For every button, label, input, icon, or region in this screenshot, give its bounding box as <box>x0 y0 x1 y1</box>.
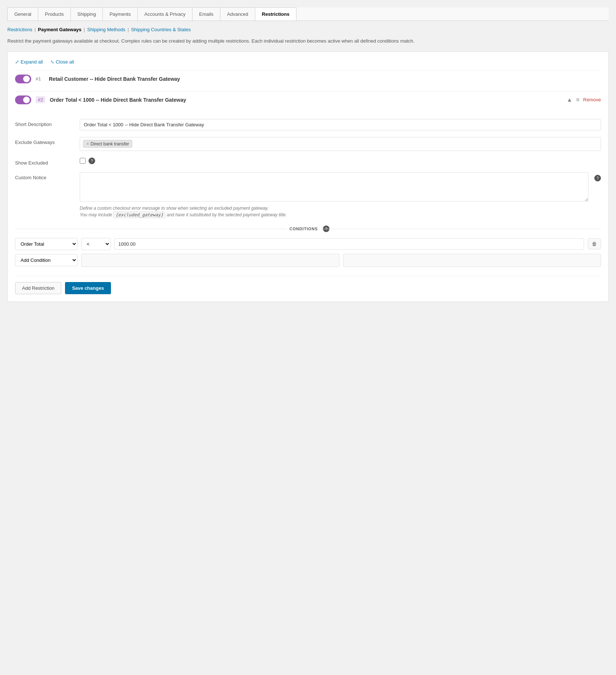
exclude-gateways-row: Exclude Gateways × Direct bank transfer <box>15 137 601 151</box>
subnav-shipping-methods[interactable]: Shipping Methods <box>87 27 125 32</box>
subnav-shipping-countries[interactable]: Shipping Countries & States <box>131 27 191 32</box>
add-restriction-button[interactable]: Add Restriction <box>15 282 61 294</box>
show-excluded-help-icon[interactable]: ? <box>89 158 95 164</box>
remove-button-2[interactable]: Remove <box>583 97 601 102</box>
tag-remove-icon[interactable]: × <box>86 141 89 147</box>
show-excluded-checkbox-row: ? <box>80 158 601 164</box>
condition-type-select[interactable]: Order Total Customer Role Product Catego… <box>15 238 78 250</box>
bottom-actions: Add Restriction Save changes <box>15 276 601 294</box>
tag-input-wrapper[interactable]: × Direct bank transfer <box>80 137 601 151</box>
restriction-row-1: #1 Retail Customer -- Hide Direct Bank T… <box>15 71 601 87</box>
page-description: Restrict the payment gateways available … <box>7 37 609 45</box>
reorder-icon[interactable]: ≡ <box>576 97 579 103</box>
separator-2: | <box>84 27 85 32</box>
separator-1: | <box>35 27 36 32</box>
short-description-input[interactable] <box>80 119 601 130</box>
custom-notice-help-text: Define a custom checkout error message t… <box>80 205 588 218</box>
close-all-button[interactable]: ⤡ Close all <box>50 59 74 65</box>
restriction-list: #1 Retail Customer -- Hide Direct Bank T… <box>15 71 601 108</box>
short-description-field <box>80 119 601 130</box>
move-up-icon[interactable]: ▲ <box>566 97 572 103</box>
restriction-2-title: Order Total < 1000 -- Hide Direct Bank T… <box>50 97 562 103</box>
show-excluded-row: Show Excluded ? <box>15 158 601 166</box>
tab-payments[interactable]: Payments <box>102 7 138 21</box>
custom-notice-label: Custom Notice <box>15 172 74 180</box>
subnav-payment-gateways: Payment Gateways <box>38 27 82 32</box>
show-excluded-checkbox[interactable] <box>80 158 86 164</box>
restriction-2-actions: ▲ ≡ Remove <box>566 97 601 103</box>
add-condition-row: Add Condition <box>15 254 601 267</box>
custom-notice-help-icon[interactable]: ? <box>594 175 601 181</box>
main-card: ⤢ Expand all ⤡ Close all #1 Retail Custo… <box>7 51 609 302</box>
restriction-1-title: Retail Customer -- Hide Direct Bank Tran… <box>49 76 601 82</box>
exclude-gateways-label: Exclude Gateways <box>15 137 74 145</box>
short-description-label: Short Description <box>15 119 74 127</box>
restriction-1-toggle-slider <box>15 75 31 83</box>
expand-all-label: Expand all <box>21 59 43 65</box>
expand-all-icon: ⤢ <box>15 59 19 65</box>
condition-operator-select[interactable]: < > = <= >= <box>81 238 111 250</box>
condition-value-input[interactable] <box>114 238 584 250</box>
add-condition-select[interactable]: Add Condition <box>15 254 78 266</box>
expand-bar: ⤢ Expand all ⤡ Close all <box>15 59 601 65</box>
help-text-line3: and have it substituted by the selected … <box>167 212 287 217</box>
condition-delete-button[interactable]: 🗑 <box>588 238 601 249</box>
show-excluded-label: Show Excluded <box>15 158 74 166</box>
restriction-1-toggle[interactable] <box>15 75 31 83</box>
tag-label: Direct bank transfer <box>91 141 129 147</box>
gateway-tag: × Direct bank transfer <box>83 140 132 148</box>
tab-emails[interactable]: Emails <box>192 7 220 21</box>
short-description-row: Short Description <box>15 119 601 130</box>
close-all-label: Close all <box>56 59 74 65</box>
help-text-line1: Define a custom checkout error message t… <box>80 206 269 211</box>
restriction-1-number: #1 <box>36 76 44 82</box>
expand-all-button[interactable]: ⤢ Expand all <box>15 59 43 65</box>
custom-notice-textarea[interactable] <box>80 172 588 202</box>
restriction-2-toggle-slider <box>15 95 31 104</box>
tab-advanced[interactable]: Advanced <box>220 7 255 21</box>
tab-bar: General Products Shipping Payments Accou… <box>7 7 609 21</box>
custom-notice-row: Custom Notice Define a custom checkout e… <box>15 172 601 218</box>
tab-products[interactable]: Products <box>38 7 71 21</box>
help-text-code: {excluded_gateway} <box>113 212 165 218</box>
conditions-help-icon[interactable]: ? <box>323 225 329 232</box>
close-all-icon: ⤡ <box>50 59 54 65</box>
exclude-gateways-field: × Direct bank transfer <box>80 137 601 151</box>
show-excluded-field: ? <box>80 158 601 164</box>
help-text-line2: You may include <box>80 212 112 217</box>
sub-nav: Restrictions | Payment Gateways | Shippi… <box>7 27 609 32</box>
tab-shipping[interactable]: Shipping <box>71 7 103 21</box>
separator-3: | <box>127 27 129 32</box>
save-changes-button[interactable]: Save changes <box>65 282 111 294</box>
tab-accounts-privacy[interactable]: Accounts & Privacy <box>137 7 192 21</box>
tab-general[interactable]: General <box>7 7 38 21</box>
custom-notice-field: Define a custom checkout error message t… <box>80 172 588 218</box>
subnav-restrictions[interactable]: Restrictions <box>7 27 32 32</box>
detail-form: Short Description Exclude Gateways × Dir… <box>15 115 601 267</box>
restriction-2-toggle[interactable] <box>15 95 31 104</box>
restriction-row-2: #2 Order Total < 1000 -- Hide Direct Ban… <box>15 91 601 108</box>
conditions-label: CONDITIONS <box>287 227 321 231</box>
tab-restrictions[interactable]: Restrictions <box>255 7 296 21</box>
restriction-2-number: #2 <box>36 96 45 103</box>
conditions-header: CONDITIONS ? <box>15 225 601 232</box>
condition-row-1: Order Total Customer Role Product Catego… <box>15 238 601 250</box>
